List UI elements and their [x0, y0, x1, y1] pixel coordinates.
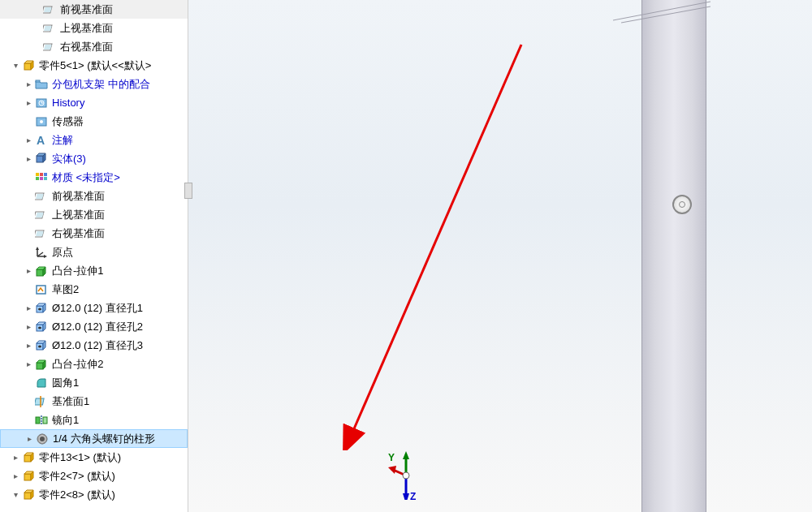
expander-icon[interactable]: ▸	[23, 98, 34, 107]
tree-item-9[interactable]: 材质 <未指定>	[0, 168, 188, 187]
tree-item-5[interactable]: ▸History	[0, 93, 188, 112]
tree-item-8[interactable]: ▸实体(3)	[0, 149, 188, 168]
svg-rect-20	[36, 173, 39, 176]
expander-icon[interactable]: ▸	[23, 154, 34, 163]
material-icon	[34, 170, 49, 185]
tree-item-label: 圆角1	[52, 376, 79, 390]
expander-icon[interactable]: ▸	[23, 80, 34, 88]
3d-hole-inner	[679, 201, 685, 208]
tree-item-label: 零件2<8> (默认)	[39, 488, 115, 502]
expander-icon[interactable]: ▾	[10, 490, 21, 499]
tree-item-11[interactable]: 上视基准面	[0, 205, 188, 224]
expander-icon[interactable]: ▸	[10, 471, 21, 480]
tree-item-label: 零件13<1> (默认)	[39, 450, 121, 465]
tree-item-10[interactable]: 前视基准面	[0, 187, 188, 205]
tree-item-12[interactable]: 右视基准面	[0, 224, 188, 243]
svg-rect-9	[36, 80, 40, 82]
tree-item-18[interactable]: ▸Ø12.0 (12) 直径孔3	[0, 336, 188, 355]
svg-rect-3	[44, 26, 52, 31]
svg-point-48	[38, 326, 41, 329]
tree-item-label: Ø12.0 (12) 直径孔2	[52, 320, 143, 334]
extrude-icon	[34, 264, 49, 278]
tree-item-4[interactable]: ▸分包机支架 中的配合	[0, 75, 188, 93]
tree-item-13[interactable]: 原点	[0, 243, 188, 261]
origin-icon	[34, 245, 49, 260]
expander-icon[interactable]: ▸	[23, 266, 34, 275]
hole-icon	[34, 301, 49, 316]
tree-item-21[interactable]: 基准面1	[0, 392, 188, 411]
plane-icon	[42, 40, 57, 54]
coordinate-triad[interactable]: Y Z	[382, 451, 430, 500]
tree-item-0[interactable]: 前视基准面	[0, 0, 188, 19]
tree-item-24[interactable]: ▸零件13<1> (默认)	[0, 448, 188, 467]
tree-item-label: 前视基准面	[60, 2, 113, 17]
expander-icon[interactable]: ▾	[10, 61, 21, 70]
tree-item-2[interactable]: 右视基准面	[0, 37, 188, 56]
tree-item-label: 草图2	[52, 282, 79, 297]
svg-rect-53	[37, 363, 43, 369]
tree-item-1[interactable]: 上视基准面	[0, 19, 188, 37]
tree-item-20[interactable]: 圆角1	[0, 373, 188, 392]
tree-item-label: 1/4 六角头螺钉的柱形	[53, 432, 155, 446]
plane-icon	[34, 189, 49, 204]
panel-splitter[interactable]	[184, 183, 192, 199]
svg-rect-17	[37, 156, 43, 162]
plane-icon	[42, 21, 57, 36]
tree-item-label: 材质 <未指定>	[52, 170, 120, 185]
tree-item-label: 零件2<7> (默认)	[39, 469, 115, 484]
expander-icon[interactable]: ▸	[23, 341, 34, 350]
svg-rect-58	[36, 417, 40, 424]
expander-icon[interactable]: ▸	[24, 434, 35, 443]
tree-item-14[interactable]: ▸凸台-拉伸1	[0, 261, 188, 280]
expander-icon[interactable]: ▸	[23, 322, 34, 331]
3d-viewport[interactable]: Y Z	[188, 0, 812, 512]
svg-rect-31	[36, 231, 44, 236]
extrude-icon	[34, 357, 49, 372]
svg-point-52	[38, 345, 41, 347]
plane-icon	[34, 226, 49, 241]
expander-icon[interactable]: ▸	[23, 136, 34, 144]
tree-item-17[interactable]: ▸Ø12.0 (12) 直径孔2	[0, 317, 188, 336]
svg-point-44	[38, 308, 41, 310]
svg-rect-23	[36, 177, 39, 180]
tree-item-16[interactable]: ▸Ø12.0 (12) 直径孔1	[0, 299, 188, 317]
tree-item-label: Ø12.0 (12) 直径孔3	[52, 338, 143, 353]
tree-item-22[interactable]: 镜向1	[0, 411, 188, 429]
refplane-icon	[34, 394, 49, 409]
svg-line-74	[621, 6, 710, 23]
svg-rect-64	[24, 455, 31, 462]
tree-item-label: 注解	[52, 133, 73, 148]
tree-item-19[interactable]: ▸凸台-拉伸2	[0, 355, 188, 373]
tree-item-label: 分包机支架 中的配合	[52, 77, 150, 92]
part-icon	[21, 469, 36, 484]
svg-rect-21	[40, 173, 43, 176]
tree-item-23[interactable]: ▸1/4 六角头螺钉的柱形	[0, 429, 188, 448]
svg-text:Y: Y	[388, 452, 395, 463]
tree-item-7[interactable]: ▸A注解	[0, 131, 188, 149]
tree-item-label: 凸台-拉伸2	[52, 357, 104, 372]
plane-icon	[34, 208, 49, 222]
svg-rect-40	[37, 286, 45, 294]
tree-item-25[interactable]: ▸零件2<7> (默认)	[0, 467, 188, 485]
plane-icon	[42, 2, 57, 17]
3d-hole-feature[interactable]	[672, 195, 692, 214]
tree-item-26[interactable]: ▾零件2<8> (默认)	[0, 485, 188, 504]
expander-icon[interactable]: ▸	[23, 359, 34, 368]
tree-item-label: 实体(3)	[52, 152, 86, 166]
annotation-arrow	[343, 37, 538, 450]
tree-item-6[interactable]: 传感器	[0, 112, 188, 131]
svg-marker-36	[44, 255, 47, 258]
expander-icon[interactable]: ▸	[23, 303, 34, 312]
holewizard-icon	[35, 432, 50, 446]
svg-rect-5	[44, 45, 52, 49]
tree-item-3[interactable]: ▾零件5<1> (默认<<默认>	[0, 56, 188, 75]
tree-item-label: 上视基准面	[60, 21, 113, 36]
3d-part-top-edge	[613, 0, 727, 24]
svg-rect-29	[36, 213, 44, 217]
svg-marker-78	[403, 451, 409, 459]
3d-part-body[interactable]	[641, 0, 706, 512]
svg-rect-27	[36, 194, 44, 199]
feature-tree-panel[interactable]: 前视基准面上视基准面右视基准面▾零件5<1> (默认<<默认>▸分包机支架 中的…	[0, 0, 188, 512]
expander-icon[interactable]: ▸	[10, 453, 21, 462]
tree-item-15[interactable]: 草图2	[0, 280, 188, 299]
